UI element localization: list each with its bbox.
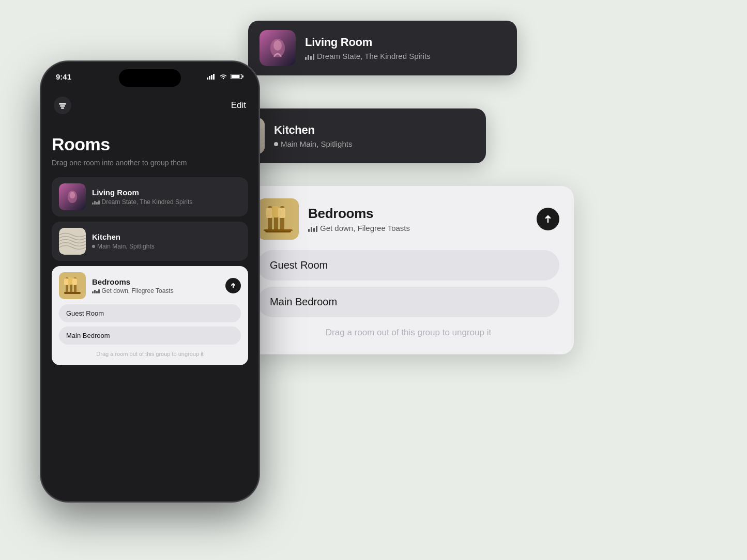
kitchen-row-sub: Main Main, Spitlights <box>92 243 241 250</box>
sub-ungroup-hint: Drag a room out of this group to ungroup… <box>59 349 241 359</box>
main-bedroom-pill[interactable]: Main Bedroom <box>257 287 559 317</box>
kitchen-row-info: Kitchen Main Main, Spitlights <box>92 232 241 250</box>
svg-rect-21 <box>60 105 65 107</box>
bedrooms-group-info: Bedrooms Get down, Filegree Toasts <box>92 277 174 294</box>
bedrooms-header: Bedrooms Get down, Filegree Toasts <box>257 198 559 240</box>
screen-content: Rooms Drag one room into another to grou… <box>41 124 258 501</box>
page-title: Rooms <box>52 134 248 154</box>
status-time: 9:41 <box>56 72 71 81</box>
phone: 9:41 <box>41 62 258 501</box>
dot-icon <box>274 142 278 146</box>
mini-bars-icon <box>92 199 100 205</box>
bedrooms-card-info: Bedrooms Get down, Filegree Toasts <box>308 206 410 232</box>
bedrooms-card-title: Bedrooms <box>308 206 410 222</box>
svg-rect-14 <box>209 76 210 80</box>
svg-rect-10 <box>278 208 285 218</box>
svg-rect-33 <box>72 278 77 285</box>
svg-rect-16 <box>213 74 215 80</box>
small-collapse-button[interactable] <box>225 278 241 293</box>
bars-icon-bedrooms <box>308 225 317 232</box>
app-logo <box>54 97 71 114</box>
bedrooms-group-title: Bedrooms <box>92 277 174 286</box>
living-room-row-info: Living Room Dream State, The Kindred Spi… <box>92 188 241 206</box>
living-room-info: Living Room Dream State, The Kindred Spi… <box>305 36 431 60</box>
living-room-row-sub: Dream State, The Kindred Spirits <box>92 198 241 206</box>
kitchen-row-name: Kitchen <box>92 232 241 241</box>
guest-room-pill[interactable]: Guest Room <box>257 250 559 281</box>
kitchen-row[interactable]: Kitchen Main Main, Spitlights <box>52 222 248 261</box>
living-room-card-subtitle: Dream State, The Kindred Spirits <box>305 52 431 60</box>
bars-icon <box>305 53 314 60</box>
bedrooms-group-thumbnail <box>59 272 86 299</box>
mini-dot-icon <box>92 245 95 248</box>
kitchen-row-thumbnail <box>59 228 86 255</box>
mini-bars-bedrooms <box>92 288 100 293</box>
bedrooms-group: Bedrooms Get down, Filegree Toasts <box>52 266 248 365</box>
living-room-thumbnail <box>260 30 296 66</box>
guest-room-sub-pill[interactable]: Guest Room <box>59 304 241 322</box>
svg-rect-13 <box>207 77 208 80</box>
living-room-row[interactable]: Living Room Dream State, The Kindred Spi… <box>52 177 248 216</box>
svg-rect-20 <box>59 103 66 105</box>
svg-point-1 <box>273 40 282 51</box>
svg-rect-9 <box>272 206 279 217</box>
phone-frame: 9:41 <box>41 62 258 501</box>
phone-screen: 9:41 <box>41 62 258 501</box>
kitchen-info: Kitchen Main Main, Spitlights <box>274 123 352 148</box>
svg-rect-34 <box>64 292 81 294</box>
status-icons <box>207 73 244 80</box>
living-room-row-thumbnail <box>59 183 86 210</box>
svg-rect-22 <box>61 107 64 109</box>
svg-rect-32 <box>68 277 73 285</box>
collapse-button[interactable] <box>537 208 559 230</box>
svg-rect-19 <box>232 75 240 78</box>
living-room-row-name: Living Room <box>92 188 241 197</box>
svg-rect-31 <box>64 278 69 285</box>
edit-button[interactable]: Edit <box>231 100 246 111</box>
svg-point-24 <box>70 192 75 198</box>
svg-rect-8 <box>266 208 273 218</box>
ungroup-hint: Drag a room out of this group to ungroup… <box>257 323 559 342</box>
svg-rect-12 <box>264 229 293 231</box>
svg-rect-15 <box>211 75 212 80</box>
svg-rect-18 <box>242 75 244 77</box>
kitchen-card-title: Kitchen <box>274 123 352 137</box>
floating-card-living-room: Living Room Dream State, The Kindred Spi… <box>248 21 517 75</box>
main-bedroom-sub-pill[interactable]: Main Bedroom <box>59 326 241 345</box>
scene: Living Room Dream State, The Kindred Spi… <box>0 0 747 560</box>
dynamic-island <box>119 69 181 87</box>
nav-bar: Edit <box>41 93 258 118</box>
kitchen-card-subtitle: Main Main, Spitlights <box>274 139 352 148</box>
bedrooms-group-header: Bedrooms Get down, Filegree Toasts <box>59 272 241 299</box>
expanded-bedrooms-card: Bedrooms Get down, Filegree Toasts <box>243 186 574 354</box>
bedrooms-group-sub: Get down, Filegree Toasts <box>92 287 174 294</box>
living-room-card-title: Living Room <box>305 36 431 49</box>
page-subtitle: Drag one room into another to group them <box>52 159 248 167</box>
bedrooms-card-subtitle: Get down, Filegree Toasts <box>308 224 410 232</box>
bedrooms-thumbnail <box>257 198 299 240</box>
